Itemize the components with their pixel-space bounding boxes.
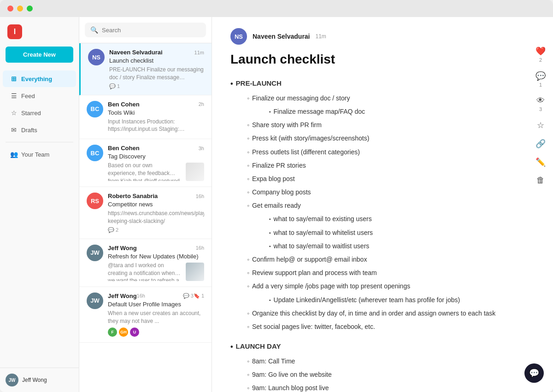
comment-badge: 💬1 (109, 83, 120, 89)
message-title: Tools Wiki (108, 109, 204, 116)
app-logo-icon: I (7, 24, 22, 39)
search-icon: 🔍 (90, 26, 98, 34)
list-item: 9am: Launch blog post live (238, 381, 525, 392)
message-preview: @tara and I worked on creating a notific… (108, 262, 182, 281)
chat-icon: 💬 (529, 368, 539, 378)
comment-icon: 💬 (108, 227, 114, 233)
sidebar-item-drafts-label: Drafts (21, 127, 37, 134)
list-item: Press outlets list (different categories… (238, 146, 525, 159)
edit-icon: ✏️ (535, 157, 546, 167)
section-header: PRE-LAUNCH (230, 76, 525, 92)
list-item: Finalize PR stories (238, 159, 525, 172)
view-count: 3 (539, 106, 542, 112)
list-item[interactable]: JW Jeff Wong 16h 💬 3 🔖 1 Default User Pr… (79, 287, 212, 343)
message-meta: 💬2 (108, 227, 204, 233)
list-item: Organize this checklist by day of, in ti… (238, 307, 525, 320)
chat-bubble-button[interactable]: 💬 (524, 363, 544, 383)
edit-button[interactable]: ✏️ (535, 157, 546, 167)
message-row: @tara and I worked on creating a notific… (108, 262, 204, 281)
star-button[interactable]: ☆ (537, 120, 544, 130)
sidebar-logo: I (0, 17, 79, 47)
list-item: Confirm help@ or support@ email inbox (238, 253, 525, 266)
search-input-wrap[interactable]: 🔍 (85, 23, 206, 37)
message-time: 16h (196, 245, 204, 251)
pre-launch-items: Finalize our messaging doc / story Final… (238, 92, 525, 333)
message-header: Ben Cohen 3h (108, 145, 204, 152)
create-new-button[interactable]: Create New (6, 47, 73, 63)
avatar: RS (87, 193, 103, 209)
heart-icon: ❤️ (535, 46, 546, 56)
list-item[interactable]: BC Ben Cohen 3h Tag Discovery Based on o… (79, 139, 212, 187)
avatar-initials: BC (91, 150, 100, 157)
section-header: LAUNCH DAY (230, 339, 525, 355)
list-item: Finalize our messaging doc / story (238, 92, 525, 105)
sidebar-item-feed[interactable]: ☰ Feed (3, 88, 76, 104)
sidebar-item-starred[interactable]: ☆ Starred (3, 105, 76, 121)
nav-divider (6, 142, 73, 142)
list-item: what to say/email to waitlist users (249, 240, 525, 253)
avatar: BC (87, 145, 103, 161)
message-meta: 💬1 (109, 83, 204, 89)
sidebar-item-feed-label: Feed (21, 93, 35, 99)
bookmark-icon: 🔖 (194, 293, 200, 299)
trash-icon: 🗑 (536, 176, 545, 185)
feed-icon: ☰ (10, 92, 18, 99)
sub-items: Update Linkedin/Angellist/etc (wherever … (249, 293, 525, 307)
view-button[interactable]: 👁 3 (536, 96, 545, 112)
message-preview: When a new user creates an account, they… (108, 310, 204, 325)
message-header: Roberto Sanabria 16h (108, 193, 204, 199)
avatar: F (108, 328, 117, 337)
window-chrome (0, 0, 553, 17)
list-item[interactable]: NS Naveen Selvadurai 11m Launch checklis… (79, 43, 212, 95)
message-title: Competitor news (108, 201, 204, 208)
list-item[interactable]: JW Jeff Wong 16h Refresh for New Updates… (79, 239, 212, 287)
message-time: 3h (199, 146, 204, 151)
search-input[interactable] (102, 27, 200, 34)
traffic-light-red[interactable] (7, 6, 13, 12)
sidebar-user-profile[interactable]: JW Jeff Wong (0, 368, 79, 392)
avatar: JW (87, 245, 103, 261)
message-content: Ben Cohen 2h Tools Wiki Input Instances … (108, 101, 204, 134)
traffic-light-green[interactable] (27, 6, 33, 12)
sidebar-item-drafts[interactable]: ✉ Drafts (3, 122, 76, 138)
avatar-initials: JW (90, 249, 100, 256)
message-time: 11m (194, 50, 204, 55)
message-time: 16h (137, 293, 145, 298)
list-item[interactable]: BC Ben Cohen 2h Tools Wiki Input Instanc… (79, 95, 212, 140)
message-preview: https://news.crunchbase.com/news/players… (108, 210, 204, 225)
link-icon: 🔗 (535, 139, 546, 149)
comment-badge: 💬2 (108, 227, 118, 233)
message-items: NS Naveen Selvadurai 11m Launch checklis… (79, 43, 212, 392)
like-button[interactable]: ❤️ 2 (535, 46, 546, 63)
comment-button[interactable]: 💬 1 (535, 71, 546, 88)
eye-icon: 👁 (536, 96, 545, 105)
sub-items: Finalize message map/FAQ doc (249, 105, 525, 118)
launch-day-items: 8am: Call Time 9am: Go live on the websi… (238, 355, 525, 392)
list-item[interactable]: RS Roberto Sanabria 16h Competitor news … (79, 187, 212, 239)
delete-button[interactable]: 🗑 (536, 176, 545, 185)
message-author: Jeff Wong (108, 245, 137, 252)
traffic-light-yellow[interactable] (17, 6, 23, 12)
section-heading-text: LAUNCH DAY (236, 340, 281, 354)
sidebar-item-your-team[interactable]: 👥 Your Team (3, 146, 76, 163)
list-item: Update Linkedin/Angellist/etc (wherever … (249, 293, 525, 307)
message-preview: Based on our own experience, the feedbac… (108, 162, 182, 181)
section-heading-text: PRE-LAUNCH (236, 77, 282, 91)
message-content: Ben Cohen 3h Tag Discovery Based on our … (108, 145, 204, 181)
search-bar: 🔍 (79, 17, 212, 43)
message-content: Roberto Sanabria 16h Competitor news htt… (108, 193, 204, 233)
sidebar-item-everything[interactable]: ⊞ Everything (3, 70, 76, 87)
doc-body: PRE-LAUNCH Finalize our messaging doc / … (230, 76, 525, 392)
avatar-initials: RS (91, 198, 99, 205)
doc-author-initials: NS (235, 33, 243, 40)
list-item: Set social pages live: twitter, facebook… (238, 320, 525, 333)
list-item: Add a very simple /jobs page with top pr… (238, 280, 525, 293)
comment-icon: 💬 (183, 293, 189, 299)
link-button[interactable]: 🔗 (535, 139, 546, 149)
avatar: BC (87, 101, 103, 117)
current-user-initials: JW (9, 378, 16, 383)
message-author: Roberto Sanabria (108, 193, 158, 199)
message-time: 16h (196, 193, 204, 199)
comment-icon: 💬 (535, 71, 546, 81)
message-header: Ben Cohen 2h (108, 101, 204, 108)
